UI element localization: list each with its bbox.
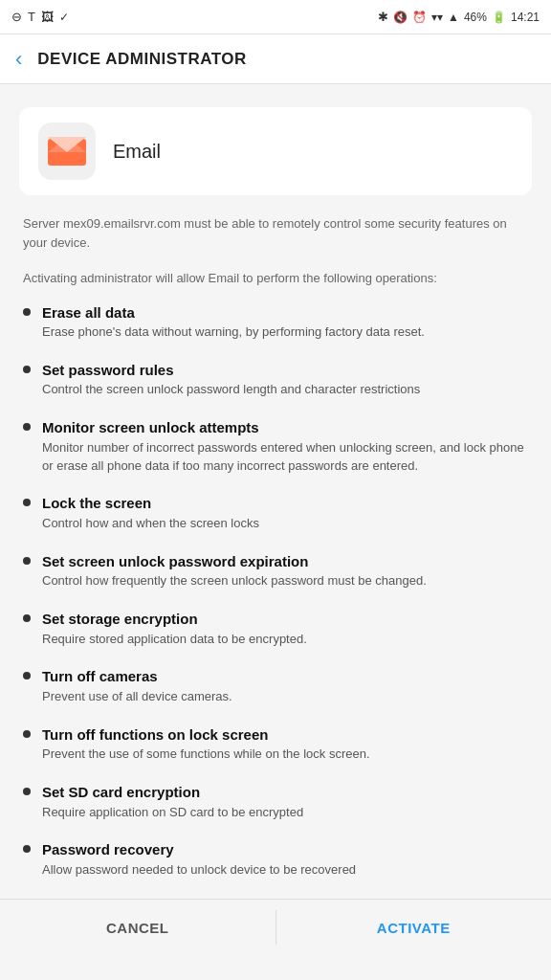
operation-content: Password recovery Allow password needed … — [42, 840, 356, 879]
app-icon-wrapper — [38, 122, 96, 180]
operation-title: Set password rules — [42, 361, 420, 380]
back-button[interactable]: ‹ — [15, 47, 22, 72]
status-bar: ⊖ T 🖼 ✓ ✱ 🔇 ⏰ ▾▾ ▲ 46% 🔋 14:21 — [0, 0, 551, 34]
bullet-icon — [23, 557, 31, 565]
operation-desc: Monitor number of incorrect passwords en… — [42, 439, 528, 476]
operation-content: Set storage encryption Require stored ap… — [42, 610, 307, 648]
bullet-icon — [23, 423, 31, 431]
operation-title: Monitor screen unlock attempts — [42, 418, 528, 437]
list-item: Erase all data Erase phone's data withou… — [19, 303, 532, 342]
app-card: Email — [19, 107, 532, 195]
bullet-icon — [23, 366, 31, 373]
signal-bars-icon: ▲ — [448, 11, 459, 24]
battery-icon: 🔋 — [492, 11, 506, 24]
bullet-icon — [23, 308, 31, 316]
list-item: Turn off functions on lock screen Preven… — [19, 725, 532, 764]
operation-title: Lock the screen — [42, 494, 259, 513]
app-name: Email — [113, 141, 161, 163]
operation-content: Monitor screen unlock attempts Monitor n… — [42, 418, 528, 475]
alarm-icon: ⏰ — [412, 11, 427, 24]
operation-desc: Prevent the use of some functions while … — [42, 746, 370, 764]
operation-content: Turn off cameras Prevent use of all devi… — [42, 667, 232, 705]
top-bar: ‹ DEVICE ADMINISTRATOR — [0, 34, 551, 84]
operation-content: Set screen unlock password expiration Co… — [42, 552, 427, 590]
activating-description: Activating administrator will allow Emai… — [19, 269, 532, 288]
time-display: 14:21 — [511, 11, 540, 24]
operation-title: Password recovery — [42, 840, 356, 859]
bullet-icon — [23, 672, 31, 679]
bullet-icon — [23, 499, 31, 506]
bullet-icon — [23, 614, 31, 622]
content-area: Email Server mex09.emailsrvr.com must be… — [0, 84, 551, 880]
operation-desc: Control the screen unlock password lengt… — [42, 381, 420, 399]
operation-content: Set SD card encryption Require applicati… — [42, 783, 303, 821]
image-icon: 🖼 — [41, 10, 54, 24]
operation-title: Turn off cameras — [42, 667, 232, 686]
operation-content: Set password rules Control the screen un… — [42, 361, 420, 399]
operation-desc: Prevent use of all device cameras. — [42, 688, 232, 706]
bullet-icon — [23, 730, 31, 738]
page-title: DEVICE ADMINISTRATOR — [37, 50, 246, 69]
list-item: Lock the screen Control how and when the… — [19, 494, 532, 532]
list-item: Set storage encryption Require stored ap… — [19, 610, 532, 648]
server-description: Server mex09.emailsrvr.com must be able … — [19, 214, 532, 252]
wifi-icon: ▾▾ — [431, 11, 443, 24]
operation-content: Turn off functions on lock screen Preven… — [42, 725, 370, 764]
operation-title: Erase all data — [42, 303, 425, 323]
operation-content: Lock the screen Control how and when the… — [42, 494, 259, 532]
bottom-bar: CANCEL ACTIVATE — [0, 899, 551, 956]
cancel-button[interactable]: CANCEL — [0, 900, 276, 956]
operation-title: Turn off functions on lock screen — [42, 725, 370, 745]
operation-desc: Require stored application data to be en… — [42, 631, 307, 649]
operation-title: Set SD card encryption — [42, 783, 303, 802]
operation-desc: Allow password needed to unlock device t… — [42, 861, 356, 880]
operation-content: Erase all data Erase phone's data withou… — [42, 303, 425, 342]
bullet-icon — [23, 788, 31, 795]
mute-icon: 🔇 — [393, 11, 408, 24]
status-right-icons: ✱ 🔇 ⏰ ▾▾ ▲ 46% 🔋 14:21 — [378, 10, 540, 24]
operation-title: Set storage encryption — [42, 610, 307, 629]
activate-button[interactable]: ACTIVATE — [276, 900, 552, 956]
operations-list: Erase all data Erase phone's data withou… — [19, 303, 532, 880]
list-item: Password recovery Allow password needed … — [19, 840, 532, 879]
list-item: Turn off cameras Prevent use of all devi… — [19, 667, 532, 705]
bullet-icon — [23, 845, 31, 853]
operation-desc: Control how frequently the screen unlock… — [42, 572, 427, 590]
check-icon: ✓ — [59, 11, 69, 24]
status-left-icons: ⊖ T 🖼 ✓ — [11, 10, 69, 24]
bluetooth-icon: ✱ — [378, 10, 388, 24]
operation-desc: Erase phone's data without warning, by p… — [42, 323, 425, 342]
email-icon — [48, 137, 86, 166]
signal-icon: ⊖ — [11, 10, 22, 24]
battery-percent: 46% — [464, 11, 487, 24]
operation-title: Set screen unlock password expiration — [42, 552, 427, 571]
list-item: Monitor screen unlock attempts Monitor n… — [19, 418, 532, 475]
operation-desc: Require application on SD card to be enc… — [42, 804, 303, 822]
operation-desc: Control how and when the screen locks — [42, 515, 259, 533]
list-item: Set SD card encryption Require applicati… — [19, 783, 532, 821]
list-item: Set screen unlock password expiration Co… — [19, 552, 532, 590]
carrier-icon: T — [28, 10, 35, 24]
list-item: Set password rules Control the screen un… — [19, 361, 532, 399]
